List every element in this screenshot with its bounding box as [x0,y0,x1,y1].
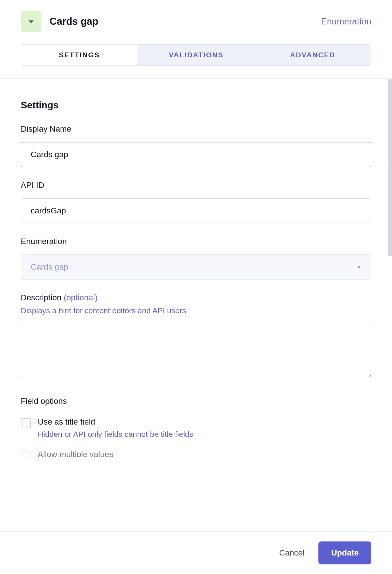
tab-advanced[interactable]: ADVANCED [254,45,371,65]
display-name-label: Display Name [21,124,371,134]
description-label: Description (optional) [21,293,371,303]
option-label: Allow multiple values [38,450,197,457]
field-title: Cards gap [50,16,98,27]
modal-header: Cards gap Enumeration SETTINGS VALIDATIO… [0,0,392,66]
tab-settings[interactable]: SETTINGS [21,45,138,65]
option-use-as-title: Use as title field Hidden or API only fi… [21,417,371,439]
enumeration-label: Enumeration [21,237,371,246]
api-id-input[interactable] [21,198,371,223]
tab-validations[interactable]: VALIDATIONS [138,45,254,65]
field-type-label: Enumeration [321,16,371,27]
description-hint: Displays a hint for content editors and … [21,306,371,315]
svg-marker-0 [29,20,33,23]
cancel-button[interactable]: Cancel [279,548,304,558]
checkbox-use-as-title[interactable] [21,418,31,428]
tab-bar: SETTINGS VALIDATIONS ADVANCED [21,44,371,66]
header-left: Cards gap [21,11,98,32]
enumeration-group: Enumeration Cards gap ▼ [21,237,371,280]
enumeration-selected-value: Cards gap [31,262,68,272]
enumeration-select[interactable]: Cards gap ▼ [21,254,371,280]
display-name-input[interactable] [21,142,371,167]
option-label: Use as title field [38,417,193,427]
enum-dropdown-icon [21,11,41,32]
description-textarea[interactable] [21,322,371,377]
option-allow-multiple: Allow multiple values Stores a list of v… [21,450,371,457]
field-options-title: Field options [21,396,371,406]
api-id-label: API ID [21,180,371,190]
modal-footer: Cancel Update [0,531,392,574]
scrollbar-thumb[interactable] [388,79,392,256]
update-button[interactable]: Update [318,541,371,564]
section-title: Settings [21,99,371,111]
settings-scroll-region: Settings Display Name API ID Enumeration… [0,79,392,457]
display-name-group: Display Name [21,124,371,167]
optional-tag: (optional) [64,293,98,302]
description-group: Description (optional) Displays a hint f… [21,293,371,379]
api-id-group: API ID [21,180,371,223]
chevron-down-icon: ▼ [356,264,361,270]
option-hint: Hidden or API only fields cannot be titl… [38,430,193,439]
header-row: Cards gap Enumeration [21,11,371,32]
checkbox-allow-multiple[interactable] [21,450,31,457]
